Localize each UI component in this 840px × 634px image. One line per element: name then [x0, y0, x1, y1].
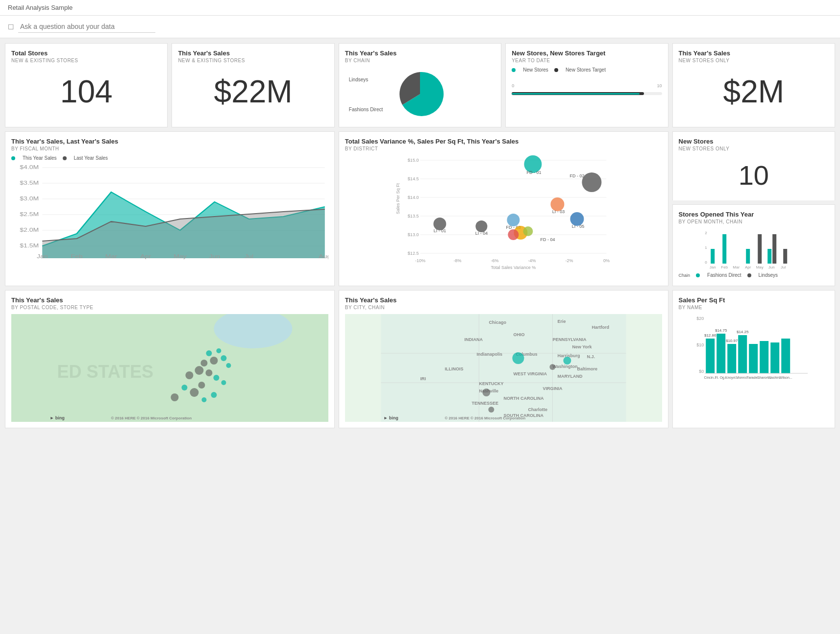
svg-text:$14.25: $14.25 [737, 330, 749, 334]
nst-title: New Stores, New Stores Target [512, 49, 662, 57]
svg-point-77 [171, 393, 178, 401]
legend-fd: Fashions Direct [707, 272, 741, 278]
legend-fd-dot [696, 273, 700, 277]
svg-text:-4%: -4% [528, 258, 536, 263]
city-map-svg: Chicago Erie Hartford PENNSYLVANIA INDIA… [345, 314, 662, 422]
svg-text:Chicago: Chicago [489, 320, 506, 325]
point-fd05b [523, 226, 533, 236]
svg-text:► bing: ► bing [383, 415, 398, 420]
app-header: Retail Analysis Sample [0, 0, 840, 16]
svg-point-78 [201, 397, 206, 402]
tile-new-stores-target: New Stores, New Stores Target YEAR TO DA… [505, 43, 668, 127]
sqft-bar-knoyvl [727, 344, 736, 373]
svg-text:$14.75: $14.75 [715, 328, 727, 333]
svg-text:Mar: Mar [733, 265, 740, 269]
svg-text:Jul: Jul [245, 254, 253, 259]
bar-feb-fd [722, 234, 726, 264]
svg-text:$4.0M: $4.0M [20, 165, 39, 170]
line-chart-container: $4.0M $3.5M $3.0M $2.5M $2.0M $1.5M Jan … [11, 163, 328, 261]
bullet-new-bar [512, 93, 639, 95]
svg-text:TENNESSEE: TENNESSEE [471, 401, 498, 406]
bar-jul-li [783, 249, 787, 264]
legend-new-label: New Stores [523, 67, 548, 73]
svg-text:-10%: -10% [415, 258, 425, 263]
svg-text:$13.5: $13.5 [408, 214, 419, 219]
search-input[interactable] [18, 21, 155, 33]
new-stores-subtitle: NEW STORES ONLY [679, 146, 829, 151]
stores-opened-chart: 2 1 0 [679, 228, 829, 272]
bar-may-li [758, 234, 762, 264]
svg-point-112 [549, 364, 555, 370]
fiscal-legend-ty: This Year Sales [23, 155, 57, 161]
stores-opened-subtitle: BY OPEN MONTH, CHAIN [679, 219, 829, 224]
chain-label: Chain [679, 273, 691, 278]
svg-text:FD - 01: FD - 01 [526, 170, 541, 175]
legend-li: Lindseys [759, 272, 778, 278]
svg-text:-6%: -6% [491, 258, 498, 263]
svg-text:1: 1 [705, 245, 707, 250]
scatter-svg: Sales Per Sq Ft $15.0 $14.5 $14.0 $13.5 … [345, 155, 662, 273]
svg-text:ILLINOIS: ILLINOIS [445, 366, 463, 371]
svg-text:$3.0M: $3.0M [20, 196, 39, 201]
svg-text:WEST VIRGINIA: WEST VIRGINIA [513, 371, 547, 376]
svg-text:$10: $10 [696, 342, 704, 347]
city-map-title: This Year's Sales [345, 296, 662, 304]
fiscal-title: This Year's Sales, Last Year's Sales [11, 138, 328, 145]
svg-text:$2.0M: $2.0M [20, 227, 39, 233]
fiscal-subtitle: BY FISCAL MONTH [11, 146, 328, 151]
fiscal-legend-dot-ty [11, 156, 15, 160]
svg-text:© 2016 HERE  © 2016 Microsoft : © 2016 HERE © 2016 Microsoft Corporation [445, 416, 525, 420]
svg-text:May: May [756, 265, 763, 269]
svg-text:Jun: Jun [768, 265, 774, 269]
city-map-subtitle: BY CITY, CHAIN [345, 305, 662, 310]
postal-map-visual: ED STATES ► bing [11, 314, 328, 422]
svg-text:Sales Per Sq Ft: Sales Per Sq Ft [395, 183, 400, 214]
tile-sales-new-only: This Year's Sales NEW STORES ONLY $2M [672, 43, 835, 127]
svg-text:Mar: Mar [105, 254, 117, 259]
fiscal-legend: This Year Sales Last Year Sales [11, 155, 328, 161]
sqft-bar-parade [749, 344, 758, 373]
svg-text:Aug: Aug [319, 254, 328, 259]
svg-point-73 [198, 382, 205, 389]
sqft-bar-washin [770, 342, 779, 373]
variance-subtitle: BY DISTRICT [345, 146, 662, 151]
svg-text:$13.0: $13.0 [408, 232, 419, 237]
svg-text:-8%: -8% [453, 258, 461, 263]
sales-chain-subtitle: BY CHAIN [345, 58, 495, 63]
line-chart-svg: $4.0M $3.5M $3.0M $2.5M $2.0M $1.5M Jan … [11, 163, 328, 261]
sales-no-title: This Year's Sales [679, 49, 829, 57]
svg-point-114 [488, 407, 494, 413]
tile-city-chain-map: This Year's Sales BY CITY, CHAIN Chicago… [339, 290, 668, 428]
svg-point-111 [563, 357, 571, 365]
nst-legend: New Stores New Stores Target [512, 67, 662, 73]
tile-sales-variance: Total Sales Variance %, Sales Per Sq Ft,… [339, 131, 668, 286]
sqft-title: Sales Per Sq Ft [679, 296, 829, 304]
postal-map-subtitle: BY POSTAL CODE, STORE TYPE [11, 305, 328, 310]
svg-text:-2%: -2% [565, 258, 573, 263]
svg-text:Jan: Jan [709, 265, 716, 269]
tile-sales-per-sqft: Sales Per Sq Ft BY NAME $20 $10 $0 $12.8… [672, 290, 835, 428]
variance-title: Total Sales Variance %, Sales Per Sq Ft,… [345, 138, 662, 145]
pie-chart-container: Lindseys Fashions Direct [345, 67, 495, 121]
svg-text:$12.86: $12.86 [704, 333, 716, 338]
svg-text:Hartford: Hartford [592, 325, 609, 330]
svg-point-64 [216, 348, 221, 353]
new-stores-value: 10 [679, 155, 829, 195]
stores-opened-title: Stores Opened This Year [679, 211, 829, 218]
legend-target-label: New Stores Target [566, 67, 606, 73]
svg-text:$14.5: $14.5 [408, 176, 419, 181]
legend-new-dot [512, 68, 516, 72]
pie-label-lindseys: Lindseys [349, 77, 368, 82]
sqft-subtitle: BY NAME [679, 305, 829, 310]
svg-text:IRI: IRI [420, 376, 426, 381]
app-title: Retail Analysis Sample [8, 4, 73, 11]
svg-text:FD - 04: FD - 04 [540, 237, 555, 242]
svg-text:Jun: Jun [209, 254, 220, 259]
bar-apr-fd [746, 249, 750, 264]
svg-text:► bing: ► bing [49, 415, 64, 420]
sqft-bar-wilson [781, 339, 790, 373]
svg-text:Wilson...: Wilson... [779, 376, 792, 379]
total-stores-title: Total Stores [11, 49, 161, 57]
tile-stores-opened: Stores Opened This Year BY OPEN MONTH, C… [672, 204, 835, 286]
svg-text:New York: New York [572, 344, 592, 349]
